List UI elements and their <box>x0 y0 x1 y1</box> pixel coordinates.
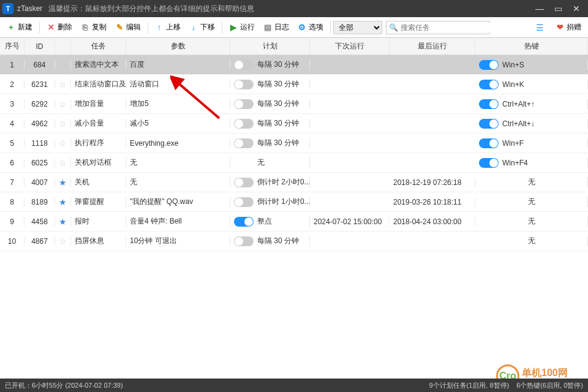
donate-button[interactable]: ❤捐赠 <box>552 20 585 34</box>
cell-last: 2019-03-26 10:18:11 <box>390 198 475 206</box>
minimize-button[interactable]: — <box>530 0 549 17</box>
col-id[interactable]: ID <box>24 38 55 55</box>
table-row[interactable]: 1684☆搜索选中文本百度每隔 30 分钟Win+S <box>0 55 588 75</box>
star-icon[interactable]: ☆ <box>59 60 67 70</box>
gear-icon: ⚙ <box>298 23 306 32</box>
col-plan[interactable]: 计划 <box>230 38 310 55</box>
table-row[interactable]: 51118☆执行程序Everything.exe每隔 30 分钟Win+F <box>0 134 588 153</box>
cell-id: 684 <box>24 61 55 69</box>
star-icon[interactable]: ☆ <box>59 138 67 148</box>
status-uptime: 已开机：6小时55分 (2024-07-02 07:39) <box>5 381 123 390</box>
col-param[interactable]: 参数 <box>126 38 230 55</box>
copy-button[interactable]: ⎘复制 <box>77 20 110 34</box>
toolbar: +新建 ✕删除 ⎘复制 ✎编辑 ↑上移 ↓下移 ▶运行 ▤日志 ⚙选项 全部 🔍… <box>0 17 588 38</box>
star-icon[interactable]: ★ <box>59 197 67 207</box>
delete-button[interactable]: ✕删除 <box>43 20 76 34</box>
star-icon[interactable]: ★ <box>59 178 67 187</box>
search-box[interactable]: 🔍 <box>386 21 490 34</box>
cell-plan: 每隔 30 分钟 <box>230 236 310 246</box>
plus-icon: + <box>7 23 15 32</box>
plan-toggle[interactable] <box>234 178 254 187</box>
star-icon[interactable]: ☆ <box>59 99 67 109</box>
col-task[interactable]: 任务 <box>71 38 126 55</box>
run-button[interactable]: ▶运行 <box>225 20 258 34</box>
col-hotkey[interactable]: 热键 <box>475 38 588 55</box>
plan-toggle[interactable] <box>234 236 254 246</box>
table-row[interactable]: 74007★关机无倒计时 2小时0...2018-12-19 07:26:18无 <box>0 173 588 192</box>
cell-task: 弹窗提醒 <box>71 197 126 207</box>
table-row[interactable]: 94458★报时音量4 钟声: Bell整点2024-07-02 15:00:0… <box>0 212 588 232</box>
col-star[interactable] <box>55 38 71 55</box>
plan-toggle[interactable] <box>234 60 254 70</box>
table-row[interactable]: 66025☆关机对话框无无Win+F4 <box>0 153 588 173</box>
cell-task: 搜索选中文本 <box>71 59 126 70</box>
cell-hotkey: Ctrl+Alt+↓ <box>475 119 588 129</box>
star-icon[interactable]: ☆ <box>59 119 67 129</box>
options-button[interactable]: ⚙选项 <box>294 20 327 34</box>
col-seq[interactable]: 序号 <box>0 38 24 55</box>
hotkey-toggle[interactable] <box>479 80 499 89</box>
plan-toggle[interactable] <box>234 217 254 227</box>
app-name: zTasker <box>17 4 42 13</box>
cell-task: 关机 <box>71 177 126 187</box>
plan-toggle[interactable] <box>234 80 254 89</box>
cell-plan: 整点 <box>230 216 310 227</box>
edit-button[interactable]: ✎编辑 <box>111 20 145 34</box>
star-icon[interactable]: ☆ <box>59 158 67 168</box>
cell-param: 百度 <box>126 59 230 70</box>
log-button[interactable]: ▤日志 <box>260 20 293 34</box>
table-row[interactable]: 104867☆挡屏休息10分钟 可退出每隔 30 分钟无 <box>0 232 588 251</box>
maximize-button[interactable]: ▭ <box>549 0 567 17</box>
cell-plan: 无 <box>230 157 310 168</box>
cell-task: 关机对话框 <box>71 157 126 168</box>
list-icon: ▤ <box>263 23 272 32</box>
table-row[interactable]: 36292☆增加音量增加5每隔 30 分钟Ctrl+Alt+↑ <box>0 94 588 114</box>
table-row[interactable]: 88189★弹窗提醒"我的提醒" QQ.wav倒计时 1小时0...2019-0… <box>0 192 588 212</box>
filter-select[interactable]: 全部 <box>333 21 382 34</box>
cell-plan: 每隔 30 分钟 <box>230 99 310 109</box>
list-view-button[interactable]: ☰ <box>532 21 548 34</box>
hotkey-toggle[interactable] <box>479 60 499 70</box>
col-last[interactable]: 最后运行 <box>390 38 475 55</box>
arrow-down-icon: ↓ <box>189 23 198 32</box>
move-up-button[interactable]: ↑上移 <box>151 20 184 34</box>
hotkey-toggle[interactable] <box>479 138 499 148</box>
cell-param: 活动窗口 <box>126 79 230 89</box>
cell-hotkey: 无 <box>475 197 588 207</box>
cell-plan: 每隔 30 分钟 <box>230 118 310 129</box>
cell-seq: 6 <box>0 159 24 167</box>
hotkey-toggle[interactable] <box>479 119 499 129</box>
plan-toggle[interactable] <box>234 197 254 207</box>
col-next[interactable]: 下次运行 <box>310 38 390 55</box>
hotkey-toggle[interactable] <box>479 99 499 109</box>
hotkey-toggle[interactable] <box>479 158 499 168</box>
star-icon[interactable]: ☆ <box>59 236 67 246</box>
heart-icon: ❤ <box>556 23 564 32</box>
cell-hotkey: Win+F <box>475 138 588 148</box>
cell-plan: 每隔 30 分钟 <box>230 79 310 89</box>
star-icon[interactable]: ★ <box>59 217 67 227</box>
cell-star: ☆ <box>55 138 71 148</box>
cell-task: 执行程序 <box>71 138 126 148</box>
plan-toggle[interactable] <box>234 138 254 148</box>
table-row[interactable]: 26231☆结束活动窗口及...活动窗口每隔 30 分钟Win+K <box>0 75 588 94</box>
table-row[interactable]: 44962☆减小音量减小5每隔 30 分钟Ctrl+Alt+↓ <box>0 114 588 134</box>
cell-param: Everything.exe <box>126 139 230 148</box>
cell-star: ☆ <box>55 80 71 89</box>
close-button[interactable]: ✕ <box>567 0 586 17</box>
cell-param: 无 <box>126 157 230 168</box>
status-plans: 9个计划任务(1启用, 8暂停) <box>429 381 509 390</box>
plan-toggle[interactable] <box>234 119 254 129</box>
titlebar-hint: 温馨提示：鼠标放到大部分控件上都会有详细的提示和帮助信息 <box>48 4 254 14</box>
cell-hotkey: 无 <box>475 216 588 227</box>
play-icon: ▶ <box>229 23 238 32</box>
new-button[interactable]: +新建 <box>3 20 36 34</box>
cell-seq: 5 <box>0 139 24 148</box>
search-input[interactable] <box>401 23 492 32</box>
star-icon[interactable]: ☆ <box>59 80 67 89</box>
cell-star: ★ <box>55 178 71 187</box>
move-down-button[interactable]: ↓下移 <box>186 20 219 34</box>
cell-task: 增加音量 <box>71 99 126 109</box>
cell-plan: 倒计时 1小时0... <box>230 197 310 207</box>
plan-toggle[interactable] <box>234 99 254 109</box>
